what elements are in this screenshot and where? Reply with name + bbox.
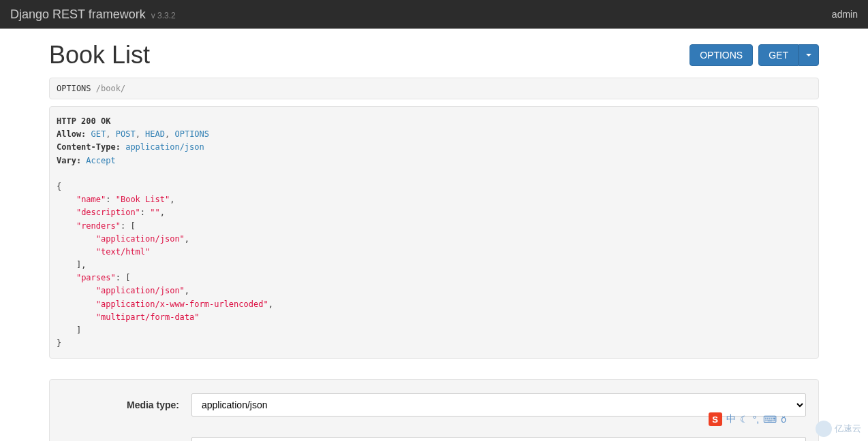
json-parses-2: "multipart/form-data" bbox=[96, 312, 200, 322]
form-panel: Media type: application/json Content: bbox=[49, 379, 819, 441]
watermark: 亿速云 bbox=[816, 421, 861, 437]
media-type-label: Media type: bbox=[62, 399, 191, 410]
json-renders-0: "application/json" bbox=[96, 234, 185, 244]
ime-s-icon[interactable]: S bbox=[709, 412, 722, 426]
request-info: OPTIONS /book/ bbox=[49, 78, 819, 99]
navbar-version: v 3.3.2 bbox=[151, 11, 176, 20]
get-button[interactable]: GET bbox=[758, 44, 799, 66]
ime-toolbar: S 中 ☾ °, ⌨ ö bbox=[709, 412, 786, 426]
content-type-value: application/json bbox=[125, 142, 204, 152]
content-textarea[interactable] bbox=[191, 437, 806, 441]
ime-moon-icon[interactable]: ☾ bbox=[740, 414, 749, 425]
allow-post: POST bbox=[116, 129, 136, 139]
page-title: Book List bbox=[49, 41, 150, 69]
json-description-key: "description" bbox=[76, 208, 140, 217]
request-method: OPTIONS bbox=[57, 84, 91, 93]
allow-head: HEAD bbox=[145, 129, 165, 139]
content-type-label: Content-Type: bbox=[57, 142, 121, 152]
json-name-key: "name" bbox=[76, 195, 106, 204]
caret-down-icon bbox=[806, 54, 811, 56]
page-header: Book List OPTIONS GET bbox=[49, 41, 819, 69]
allow-label: Allow: bbox=[57, 129, 86, 139]
ime-keyboard-icon[interactable]: ⌨ bbox=[763, 414, 777, 425]
ime-face-icon[interactable]: ö bbox=[781, 414, 786, 425]
media-type-row: Media type: application/json bbox=[62, 393, 806, 416]
json-parses-0: "application/json" bbox=[96, 286, 185, 295]
json-renders-1: "text/html" bbox=[96, 247, 150, 257]
allow-options: OPTIONS bbox=[174, 129, 209, 139]
vary-value: Accept bbox=[86, 156, 115, 165]
request-path: /book/ bbox=[96, 84, 125, 93]
status-line: HTTP 200 OK bbox=[57, 116, 110, 126]
ime-zh-icon[interactable]: 中 bbox=[726, 413, 736, 425]
navbar-brand[interactable]: Django REST framework bbox=[10, 7, 146, 21]
json-parses-key: "parses" bbox=[76, 273, 116, 282]
options-button[interactable]: OPTIONS bbox=[689, 44, 753, 66]
allow-get: GET bbox=[91, 129, 106, 139]
response-panel: HTTP 200 OK Allow: GET, POST, HEAD, OPTI… bbox=[49, 106, 819, 359]
watermark-cloud-icon bbox=[816, 421, 832, 437]
json-parses-1: "application/x-www-form-urlencoded" bbox=[96, 299, 268, 309]
get-dropdown-toggle[interactable] bbox=[799, 44, 819, 66]
content-row: Content: bbox=[62, 437, 806, 441]
navbar: Django REST framework v 3.3.2 admin bbox=[0, 0, 868, 29]
json-name-val: "Book List" bbox=[116, 195, 170, 204]
json-description-val: "" bbox=[150, 208, 159, 217]
action-buttons: OPTIONS GET bbox=[689, 44, 819, 66]
get-button-group: GET bbox=[758, 44, 819, 66]
json-renders-key: "renders" bbox=[76, 221, 121, 231]
ime-punct-icon[interactable]: °, bbox=[753, 414, 760, 425]
watermark-text: 亿速云 bbox=[835, 423, 861, 435]
navbar-brand-wrap: Django REST framework v 3.3.2 bbox=[10, 7, 176, 22]
vary-label: Vary: bbox=[57, 156, 81, 165]
navbar-user-menu[interactable]: admin bbox=[832, 9, 858, 20]
